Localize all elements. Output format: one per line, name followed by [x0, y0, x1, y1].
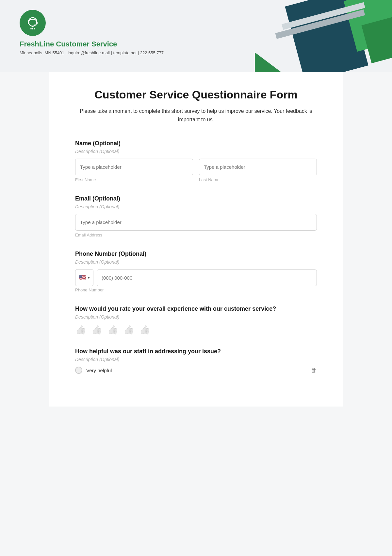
radio-left: Very helpful: [75, 367, 112, 374]
name-section-label: Name (Optional): [75, 140, 317, 147]
svg-point-4: [30, 28, 32, 29]
svg-point-5: [32, 28, 33, 29]
name-section: Name (Optional) Description (Optional) F…: [75, 140, 317, 182]
first-name-label: First Name: [75, 177, 193, 182]
phone-section-description: Description (Optional): [75, 259, 317, 265]
svg-point-3: [32, 26, 34, 27]
thumb-1[interactable]: 👍: [75, 324, 87, 335]
form-title: Customer Service Questionnaire Form: [75, 88, 317, 101]
delete-icon[interactable]: 🗑: [311, 367, 317, 374]
svg-marker-12: [255, 52, 281, 72]
contact-info: Minneapolis, MN 55401 | inquire@freshlin…: [20, 50, 164, 55]
radio-item-very-helpful: Very helpful 🗑: [75, 367, 317, 374]
logo-circle: [20, 10, 46, 36]
country-code-selector[interactable]: 🇺🇸 ▾: [75, 269, 93, 286]
chevron-down-icon: ▾: [88, 276, 90, 280]
svg-rect-2: [36, 22, 38, 24]
first-name-group: First Name: [75, 159, 193, 182]
logo-icon: [24, 15, 41, 31]
last-name-input[interactable]: [199, 159, 317, 175]
radio-button-very-helpful[interactable]: [75, 367, 82, 374]
phone-section-label: Phone Number (Optional): [75, 251, 317, 257]
email-section: Email (Optional) Description (Optional) …: [75, 195, 317, 237]
rating-section: How would you rate your overall experien…: [75, 305, 317, 335]
flag-emoji: 🇺🇸: [79, 274, 86, 281]
radio-label-very-helpful: Very helpful: [86, 368, 112, 373]
phone-sub-label: Phone Number: [75, 287, 317, 292]
name-section-description: Description (Optional): [75, 149, 317, 154]
first-name-input[interactable]: [75, 159, 193, 175]
rating-section-label: How would you rate your overall experien…: [75, 305, 317, 312]
form-description: Please take a moment to complete this sh…: [75, 107, 317, 124]
helpfulness-section-description: Description (Optional): [75, 357, 317, 362]
last-name-label: Last Name: [199, 177, 317, 182]
helpfulness-section-label: How helpful was our staff in addressing …: [75, 348, 317, 355]
main-form-area: Customer Service Questionnaire Form Plea…: [49, 72, 343, 407]
thumb-4[interactable]: 👍: [123, 324, 135, 335]
svg-rect-1: [28, 22, 29, 24]
thumb-5[interactable]: 👍: [139, 324, 151, 335]
thumb-2[interactable]: 👍: [91, 324, 103, 335]
phone-input-row: 🇺🇸 ▾: [75, 269, 317, 286]
name-input-row: First Name Last Name: [75, 159, 317, 182]
phone-input[interactable]: [97, 269, 317, 286]
email-section-description: Description (Optional): [75, 204, 317, 209]
phone-section: Phone Number (Optional) Description (Opt…: [75, 251, 317, 292]
email-sub-label: Email Address: [75, 233, 317, 237]
thumb-3[interactable]: 👍: [107, 324, 119, 335]
email-section-label: Email (Optional): [75, 195, 317, 202]
rating-section-description: Description (Optional): [75, 314, 317, 320]
brand-name: FreshLine Customer Service: [20, 40, 164, 48]
header: FreshLine Customer Service Minneapolis, …: [0, 0, 392, 72]
thumbs-rating-row: 👍 👍 👍 👍 👍: [75, 324, 317, 335]
header-decorative-shapes: [255, 0, 392, 72]
svg-point-6: [34, 28, 35, 29]
helpfulness-radio-group: Very helpful 🗑: [75, 367, 317, 374]
logo-area: FreshLine Customer Service Minneapolis, …: [20, 10, 164, 55]
email-input[interactable]: [75, 214, 317, 231]
email-input-group: Email Address: [75, 214, 317, 237]
last-name-group: Last Name: [199, 159, 317, 182]
helpfulness-section: How helpful was our staff in addressing …: [75, 348, 317, 374]
